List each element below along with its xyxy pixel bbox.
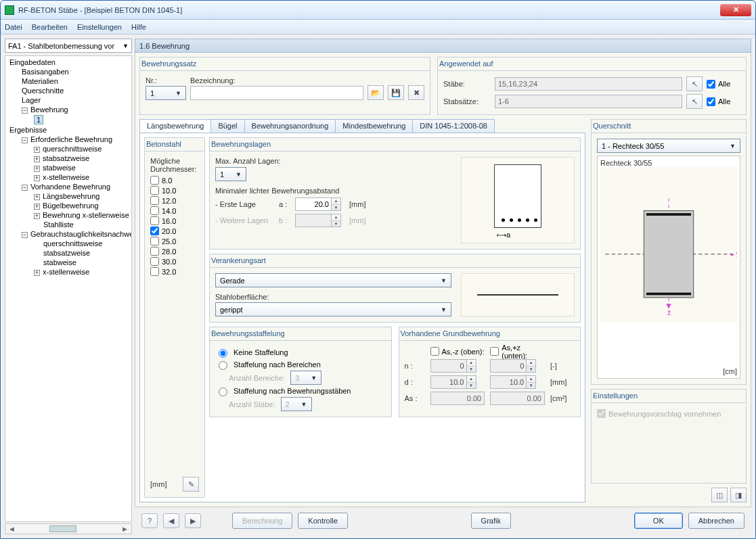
d-16[interactable]: 16.0 <box>150 216 199 226</box>
n1-spinner: ▲▼ <box>430 359 485 373</box>
chevron-down-icon: ▼ <box>175 90 181 97</box>
verankerung-select[interactable]: Gerade▼ <box>215 273 451 287</box>
tree-vorhandene[interactable]: −Vorhandene Bewehrung <box>5 182 131 191</box>
d-12[interactable]: 12.0 <box>150 195 199 206</box>
nr-label: Nr.: <box>146 76 186 85</box>
save-icon[interactable]: 💾 <box>388 85 404 100</box>
n2-spinner: ▲▼ <box>490 359 545 373</box>
pick-stabsaetze-icon[interactable]: ↖ <box>686 94 703 109</box>
tree-lager[interactable]: Lager <box>5 95 131 105</box>
app-icon <box>5 5 14 15</box>
kontrolle-button[interactable]: Kontrolle <box>298 513 347 529</box>
menu-bar: Datei Bearbeiten Einstellungen Hilfe <box>1 20 755 34</box>
tree-bewehrung[interactable]: −Bewehrung <box>5 105 131 114</box>
tree-g-stabsatz[interactable]: stabsatzweise <box>5 248 131 258</box>
tree-ergebnisse[interactable]: Ergebnisse <box>5 125 131 135</box>
edit-diameters-icon[interactable]: ✎ <box>183 477 199 492</box>
n-label: n : <box>405 362 425 370</box>
menu-hilfe[interactable]: Hilfe <box>131 23 146 31</box>
tree-materialien[interactable]: Materialien <box>5 76 131 86</box>
view-1-icon[interactable]: ◫ <box>711 488 728 502</box>
radio-staebe[interactable]: Staffelung nach Bewehrungsstäben <box>215 385 386 397</box>
svg-text:z: z <box>667 309 671 317</box>
querschnitt-name: Rechteck 30/55 <box>600 159 737 167</box>
alle-staebe-checkbox[interactable]: Alle <box>707 79 740 89</box>
tree-stahlliste[interactable]: Stahlliste <box>5 220 131 229</box>
tree-hscrollbar[interactable]: ◄► <box>5 523 132 534</box>
pick-staebe-icon[interactable]: ↖ <box>686 76 703 91</box>
radio-keine[interactable]: Keine Staffelung <box>215 346 386 358</box>
tree-bewehrung-1[interactable]: 1 <box>5 114 131 125</box>
ok-button[interactable]: OK <box>634 513 683 529</box>
case-selector[interactable]: FA1 - Stahlbetonbemessung vor ▼ <box>5 39 132 53</box>
b-label: b : <box>279 216 292 225</box>
menu-datei[interactable]: Datei <box>5 23 22 31</box>
tree-laengs[interactable]: +Längsbewehrung <box>5 191 131 201</box>
d-14[interactable]: 14.0 <box>150 206 199 216</box>
querschnitt-legend: Querschnitt <box>592 120 746 133</box>
mm-unit: [mm] <box>150 480 166 488</box>
tree-erforderliche[interactable]: −Erforderliche Bewehrung <box>5 135 131 144</box>
as1-field: 0.00 <box>430 392 485 405</box>
d-10[interactable]: 10.0 <box>150 185 199 195</box>
svg-text:▸ y: ▸ y <box>731 250 737 258</box>
cross-section-preview: ▸ y z <box>600 167 737 323</box>
tab-buegel[interactable]: Bügel <box>210 119 244 133</box>
tree-xstellenweise[interactable]: +x-stellenweise <box>5 172 131 182</box>
nr-select[interactable]: 1▼ <box>146 86 186 100</box>
angewendet-legend: Angewendet auf <box>438 57 746 71</box>
navigation-tree[interactable]: Eingabedaten Basisangaben Materialien Qu… <box>5 55 132 522</box>
alle-stabsaetze-checkbox[interactable]: Alle <box>707 97 740 107</box>
d-unit: [mm] <box>550 378 575 386</box>
tree-stabweise[interactable]: +stabweise <box>5 163 131 172</box>
tree-gebrauch[interactable]: −Gebrauchstauglichkeitsnachwe <box>5 229 131 239</box>
tree-g-stab[interactable]: stabweise <box>5 258 131 267</box>
verankerung-diagram <box>477 294 558 296</box>
d-20[interactable]: 20.0 <box>150 226 199 236</box>
tree-stabsatzweise[interactable]: +stabsatzweise <box>5 154 131 163</box>
oberflaeche-select[interactable]: gerippt▼ <box>215 302 451 317</box>
d-25[interactable]: 25.0 <box>150 236 199 246</box>
tree-bew-x[interactable]: +Bewehrung x-stellenweise <box>5 210 131 220</box>
menu-einstellungen[interactable]: Einstellungen <box>77 23 122 31</box>
tree-querschnitte[interactable]: Querschnitte <box>5 86 131 95</box>
tab-mindest[interactable]: Mindestbewehrung <box>335 119 413 133</box>
help-icon[interactable]: ? <box>141 513 158 528</box>
tab-anordnung[interactable]: Bewehrungsanordnung <box>244 119 336 133</box>
tab-laengs[interactable]: Längsbewehrung <box>139 119 211 133</box>
anzahl-staebe-select: 2▼ <box>281 397 312 411</box>
as-unten-checkbox[interactable]: As,+z (unten): <box>490 346 545 356</box>
d-8[interactable]: 8.0 <box>150 175 199 185</box>
querschnitt-select[interactable]: 1 - Rechteck 30/55▼ <box>597 139 740 153</box>
next-icon[interactable]: ▶ <box>185 513 201 528</box>
as-oben-checkbox[interactable]: As,-z (oben): <box>430 346 485 356</box>
moegliche-label: Mögliche Durchmesser: <box>150 157 199 173</box>
berechnung-button[interactable]: Berechnung <box>232 513 292 529</box>
folder-open-icon[interactable]: 📂 <box>368 85 384 100</box>
abbrechen-button[interactable]: Abbrechen <box>688 513 744 529</box>
tree-basisangaben[interactable]: Basisangaben <box>5 67 131 76</box>
delete-icon[interactable]: ✖ <box>408 85 424 100</box>
view-2-icon[interactable]: ◨ <box>730 488 747 502</box>
menu-bearbeiten[interactable]: Bearbeiten <box>32 23 68 31</box>
d-28[interactable]: 28.0 <box>150 246 199 256</box>
tree-buegel[interactable]: +Bügelbewehrung <box>5 201 131 210</box>
tree-eingabedaten[interactable]: Eingabedaten <box>5 57 131 67</box>
case-selector-text: FA1 - Stahlbetonbemessung vor <box>8 42 114 50</box>
tree-querschnittsweise[interactable]: +querschnittsweise <box>5 144 131 154</box>
close-button[interactable]: ✕ <box>720 4 751 16</box>
prev-icon[interactable]: ◀ <box>163 513 179 528</box>
radio-bereiche[interactable]: Staffelung nach Bereichen <box>215 358 386 371</box>
tree-g-x[interactable]: +x-stellenweise <box>5 267 131 277</box>
d-30[interactable]: 30.0 <box>150 256 199 266</box>
grafik-button[interactable]: Grafik <box>471 513 511 529</box>
tree-g-querschnitt[interactable]: querschnittsweise <box>5 239 131 248</box>
max-lagen-select[interactable]: 1▼ <box>215 167 246 181</box>
d-32[interactable]: 32.0 <box>150 266 199 277</box>
tab-din[interactable]: DIN 1045-1:2008-08 <box>412 119 495 133</box>
a-spinner[interactable]: ▲▼ <box>295 197 347 211</box>
lagen-legend: Bewehrungslagen <box>210 138 580 151</box>
title-bar: RF-BETON Stäbe - [Beispiel BETON DIN 104… <box>1 1 755 20</box>
bezeichnung-input[interactable] <box>190 86 363 100</box>
bezeichnung-label: Bezeichnung: <box>190 76 363 85</box>
